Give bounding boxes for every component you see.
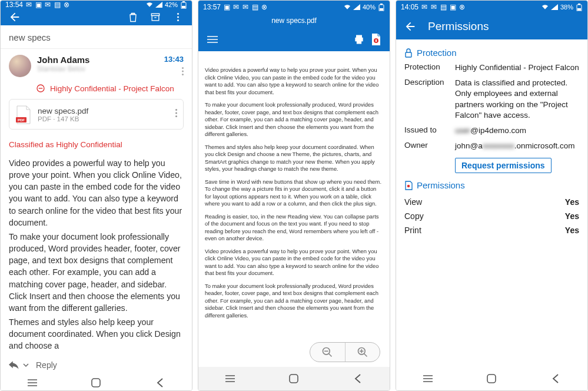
classification-note: Classified as Highly Confidential	[1, 137, 192, 157]
permission-name: Print	[404, 226, 421, 235]
notif-icon: ▣	[35, 1, 42, 8]
attachment-name: new specs.pdf	[38, 107, 88, 115]
svg-rect-20	[376, 39, 377, 42]
pdf-paragraph: Video provides a powerful way to help yo…	[205, 248, 383, 277]
attachment-meta: PDF · 147 KB	[38, 115, 88, 122]
zoom-control	[310, 342, 380, 362]
home-button[interactable]	[276, 370, 311, 387]
recents-button[interactable]	[410, 370, 446, 387]
svg-rect-4	[152, 16, 159, 21]
signal-icon	[155, 1, 162, 8]
delete-button[interactable]	[125, 9, 141, 25]
svg-point-36	[407, 185, 410, 188]
svg-text:PDF: PDF	[18, 118, 25, 122]
reply-icon	[9, 361, 19, 369]
avatar[interactable]	[9, 55, 31, 77]
permission-value: Yes	[565, 197, 579, 207]
attachment[interactable]: PDF new specs.pdf PDF · 147 KB	[9, 99, 184, 130]
pdf-paragraph: Save time in Word with new buttons that …	[205, 178, 383, 208]
home-button[interactable]	[78, 375, 114, 391]
zoom-in-button[interactable]	[346, 343, 380, 362]
screen-pdf: 13:57 ▣ ✉ ✉ ▤ ⊗ 40% new specs.pdf Video …	[198, 0, 390, 391]
sender-name: John Adams	[37, 55, 158, 65]
protection-info-button[interactable]	[371, 33, 381, 46]
restricted-icon	[36, 84, 45, 93]
pdf-title: new specs.pdf	[198, 14, 390, 28]
overflow-button[interactable]	[170, 9, 186, 25]
pdf-paragraph: Reading is easier, too, in the new Readi…	[205, 213, 383, 243]
email-body: Video provides a powerful way to help yo…	[1, 157, 192, 354]
pdf-paragraph: To make your document look professionall…	[205, 101, 383, 138]
svg-rect-31	[290, 375, 298, 383]
print-button[interactable]	[353, 34, 365, 45]
field-issued-to: Issued to user@ip4demo.com	[404, 125, 579, 136]
archive-button[interactable]	[147, 9, 164, 25]
menu-button[interactable]	[207, 35, 218, 44]
pdf-icon: PDF	[15, 105, 32, 123]
status-bar: 14:05 ✉ ✉ ▤ ▣ ⊗ 38%	[396, 1, 587, 14]
signal-icon	[551, 4, 558, 11]
lock-icon	[404, 48, 413, 58]
svg-line-22	[329, 354, 332, 357]
notif-icon: ▣	[223, 4, 230, 11]
section-permissions: Permissions	[404, 180, 579, 190]
screen-email: 13:54 ✉ ▣ ✉ ▤ ⊗ 42% new specs	[0, 0, 192, 391]
back-nav-button[interactable]	[340, 370, 376, 387]
pdf-paragraph: Themes and styles also help keep your do…	[205, 144, 383, 173]
field-key: Protection	[404, 62, 451, 73]
email-prefix: john@a	[455, 141, 483, 150]
notif-icon: ✉	[430, 4, 437, 11]
mail-icon: ✉	[25, 1, 32, 8]
signal-icon	[353, 4, 360, 11]
received-time: 13:43	[164, 55, 184, 64]
field-key: Owner	[404, 141, 451, 151]
svg-rect-40	[487, 375, 496, 383]
field-key: Description	[404, 78, 451, 121]
field-value: Data is classified and protected. Only e…	[455, 78, 579, 121]
back-button[interactable]	[402, 18, 418, 35]
permission-value: Yes	[565, 226, 579, 235]
sender-subtitle: Stanislav Belov	[37, 65, 158, 73]
app-bar: Permissions	[396, 14, 587, 39]
recents-button[interactable]	[15, 375, 50, 391]
recents-button[interactable]	[212, 370, 248, 387]
svg-rect-1	[182, 1, 185, 2]
classification-label: Highly Confidential - Project Falcon	[50, 84, 174, 93]
pdf-content[interactable]: Video provides a powerful way to help yo…	[198, 51, 390, 367]
pdf-paragraph: To make your document look professionall…	[205, 283, 383, 320]
mail-icon: ✉	[421, 4, 428, 11]
pdf-paragraph: Video provides a powerful way to help yo…	[205, 67, 383, 96]
permission-name: Copy	[404, 211, 424, 221]
back-button[interactable]	[6, 9, 23, 25]
svg-rect-15	[380, 8, 383, 11]
permissions-icon	[404, 181, 413, 190]
attachment-overflow[interactable]	[175, 109, 177, 120]
back-nav-button[interactable]	[538, 370, 573, 387]
body-paragraph: Video provides a powerful way to help yo…	[9, 157, 184, 228]
back-nav-button[interactable]	[142, 375, 178, 391]
message-overflow[interactable]	[164, 66, 184, 78]
request-row: Request permissions	[404, 157, 579, 174]
request-permissions-button[interactable]: Request permissions	[455, 158, 552, 174]
reply-bar[interactable]: Reply	[1, 354, 192, 375]
battery-text: 42%	[165, 1, 178, 8]
redacted-text: xxxxxxxx	[483, 141, 514, 150]
section-protection-label: Protection	[417, 48, 457, 58]
notif-icon-3: ▤	[251, 4, 258, 11]
permissions-content: Protection Protection Highly Confidentia…	[396, 39, 587, 367]
battery-text: 40%	[363, 4, 376, 11]
home-button[interactable]	[474, 370, 509, 387]
zoom-out-button[interactable]	[310, 343, 346, 362]
classification-row: Highly Confidential - Project Falcon	[1, 80, 192, 99]
permission-row: Copy Yes	[404, 209, 579, 223]
page-title: Permissions	[428, 20, 489, 33]
section-protection: Protection	[404, 48, 579, 58]
battery-icon	[576, 4, 583, 11]
sender-row: John Adams Stanislav Belov 13:43	[1, 49, 192, 80]
svg-rect-2	[182, 6, 185, 8]
svg-rect-14	[380, 4, 383, 5]
notif-icon-2: ✉	[44, 1, 51, 8]
notif-icon-2: ▤	[440, 4, 447, 11]
field-value: john@axxxxxxxx.onmicrosoft.com	[455, 141, 579, 151]
body-paragraph: Themes and styles also help keep your do…	[9, 316, 184, 352]
